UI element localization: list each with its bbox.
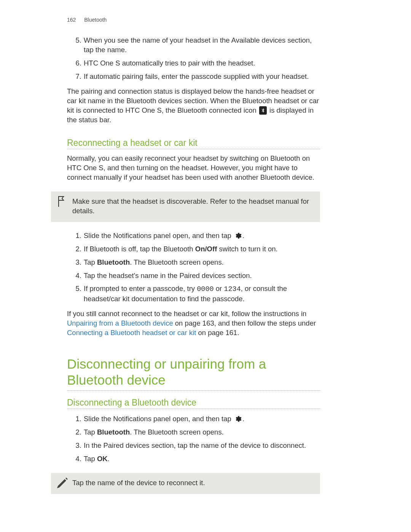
step-text: switch to turn it on. <box>217 245 277 253</box>
subheading-disconnecting-device: Disconnecting a Bluetooth device <box>67 398 320 409</box>
step-number: 7. <box>74 72 81 81</box>
step-item: 5. When you see the name of your headset… <box>67 36 320 55</box>
paragraph: If you still cannot reconnect to the hea… <box>67 309 320 338</box>
gear-icon <box>234 415 242 423</box>
text: on page 163, and then follow the steps u… <box>173 319 316 327</box>
step-item: 4. Tap the headset's name in the Paired … <box>67 271 320 281</box>
code-text: 1234 <box>224 285 241 293</box>
step-item: 6. HTC One S automatically tries to pair… <box>67 59 320 68</box>
steps-list-disconnect: 1. Slide the Notifications panel open, a… <box>67 414 320 464</box>
pencil-icon <box>56 477 68 492</box>
bold-text: OK <box>97 455 108 463</box>
callout-note: Make sure that the headset is discoverab… <box>51 192 320 222</box>
step-item: 3. In the Paired devices section, tap th… <box>67 441 320 451</box>
text: If you still cannot reconnect to the hea… <box>67 310 306 318</box>
step-number: 4. <box>74 271 81 281</box>
step-text: If automatic pairing fails, enter the pa… <box>84 72 309 80</box>
section-name: Bluetooth <box>84 17 107 23</box>
step-item: 3. Tap Bluetooth. The Bluetooth screen o… <box>67 258 320 267</box>
step-text: Slide the Notifications panel open, and … <box>84 415 233 423</box>
step-text: Tap <box>84 455 97 463</box>
step-number: 4. <box>74 454 81 464</box>
gear-icon <box>234 232 242 240</box>
callout-text: Tap the name of the device to reconnect … <box>72 479 205 487</box>
step-text: In the Paired devices section, tap the n… <box>84 441 306 449</box>
step-item: 2. Tap Bluetooth. The Bluetooth screen o… <box>67 428 320 437</box>
text: on page 161. <box>196 329 239 337</box>
step-text: or <box>214 284 224 292</box>
step-number: 3. <box>74 441 81 451</box>
step-text: Tap the headset's name in the Paired dev… <box>84 272 252 280</box>
bluetooth-icon <box>259 106 267 115</box>
page-header: 162 Bluetooth <box>67 17 320 23</box>
flag-icon <box>56 195 66 210</box>
link-connecting[interactable]: Connecting a Bluetooth headset or car ki… <box>67 329 196 337</box>
step-text: Tap <box>84 428 97 436</box>
step-text: If prompted to enter a passcode, try <box>84 284 197 292</box>
step-item: 7. If automatic pairing fails, enter the… <box>67 72 320 81</box>
step-text: . <box>242 232 244 240</box>
step-item: 2. If Bluetooth is off, tap the Bluetoot… <box>67 244 320 254</box>
step-number: 2. <box>74 244 81 254</box>
step-text: Tap <box>84 258 97 266</box>
step-number: 5. <box>74 36 81 45</box>
steps-list-reconnect: 1. Slide the Notifications panel open, a… <box>67 231 320 304</box>
callout-tip: Tap the name of the device to reconnect … <box>51 473 320 494</box>
paragraph: The pairing and connection status is dis… <box>67 87 320 125</box>
step-text: If Bluetooth is off, tap the Bluetooth <box>84 245 195 253</box>
step-number: 6. <box>74 59 81 68</box>
page-number: 162 <box>67 17 76 23</box>
step-text: . The Bluetooth screen opens. <box>130 258 224 266</box>
step-text: . The Bluetooth screen opens. <box>130 428 224 436</box>
steps-list-continued: 5. When you see the name of your headset… <box>67 36 320 81</box>
code-text: 0000 <box>197 285 213 293</box>
step-item: 1. Slide the Notifications panel open, a… <box>67 414 320 424</box>
step-text: Slide the Notifications panel open, and … <box>84 232 233 240</box>
step-number: 3. <box>74 258 81 267</box>
step-text: When you see the name of your headset in… <box>84 36 312 54</box>
callout-text: Make sure that the headset is discoverab… <box>72 197 309 215</box>
bold-text: Bluetooth <box>97 428 130 436</box>
paragraph: Normally, you can easily reconnect your … <box>67 154 320 182</box>
step-number: 2. <box>74 428 81 437</box>
step-text: HTC One S automatically tries to pair wi… <box>84 59 255 67</box>
step-number: 1. <box>74 414 81 424</box>
subheading-reconnecting: Reconnecting a headset or car kit <box>67 138 320 149</box>
step-number: 1. <box>74 231 81 241</box>
page-content: 162 Bluetooth 5. When you see the name o… <box>67 17 320 503</box>
heading-disconnecting: Disconnecting or unpairing from a Blueto… <box>67 356 320 391</box>
bold-text: Bluetooth <box>97 258 130 266</box>
link-unpairing[interactable]: Unpairing from a Bluetooth device <box>67 319 173 327</box>
step-number: 5. <box>74 284 81 294</box>
bold-text: On/Off <box>195 245 217 253</box>
step-item: 1. Slide the Notifications panel open, a… <box>67 231 320 241</box>
step-item: 4. Tap OK. <box>67 454 320 464</box>
step-text: . <box>242 415 244 423</box>
step-item: 5. If prompted to enter a passcode, try … <box>67 284 320 304</box>
step-text: . <box>108 455 110 463</box>
